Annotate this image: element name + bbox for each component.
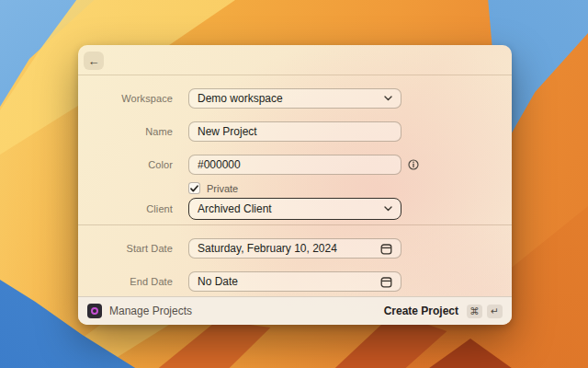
end-date-label: End Date <box>78 276 173 287</box>
start-date-value: Saturday, February 10, 2024 <box>198 242 337 255</box>
workspace-label: Workspace <box>78 93 173 104</box>
end-date-row: End Date No Date <box>78 271 512 292</box>
private-checkbox[interactable] <box>188 182 200 194</box>
info-icon[interactable] <box>408 159 419 170</box>
return-key-icon: ↵ <box>487 305 503 318</box>
client-dropdown[interactable]: Archived Client <box>188 198 401 220</box>
checkmark-icon <box>190 185 198 192</box>
private-label: Private <box>207 183 238 194</box>
end-date-value: No Date <box>198 275 238 288</box>
footer-command-info: Manage Projects <box>87 304 192 318</box>
workspace-row: Workspace Demo workspace <box>78 88 512 109</box>
client-label: Client <box>78 203 173 214</box>
calendar-icon <box>380 276 392 288</box>
color-input[interactable]: #000000 <box>188 155 401 175</box>
name-label: Name <box>78 126 173 137</box>
name-row: Name New Project <box>78 121 512 142</box>
create-project-window: ← Workspace Demo workspace Name New Proj… <box>78 45 512 325</box>
back-button[interactable]: ← <box>84 52 104 70</box>
primary-action-label: Create Project <box>384 305 458 317</box>
ring-icon <box>91 307 98 315</box>
manage-projects-app-icon <box>87 304 102 318</box>
end-date-picker[interactable]: No Date <box>188 271 401 292</box>
name-value: New Project <box>198 125 257 138</box>
chevron-down-icon <box>384 96 392 101</box>
client-row: Client Archived Client <box>78 198 512 220</box>
command-key-icon: ⌘ <box>467 305 482 318</box>
start-date-label: Start Date <box>78 243 173 254</box>
color-value: #000000 <box>198 158 241 171</box>
start-date-row: Start Date Saturday, February 10, 2024 <box>78 238 512 259</box>
chevron-down-icon <box>384 206 392 212</box>
workspace-value: Demo workspace <box>198 92 283 105</box>
window-header: ← <box>78 45 512 75</box>
command-name: Manage Projects <box>109 305 192 317</box>
color-row: Color #000000 <box>78 155 512 175</box>
start-date-picker[interactable]: Saturday, February 10, 2024 <box>188 238 401 259</box>
section-divider <box>78 224 512 225</box>
client-value: Archived Client <box>198 202 272 215</box>
primary-action-button[interactable]: Create Project ⌘ ↵ <box>384 305 503 318</box>
name-input[interactable]: New Project <box>188 121 401 142</box>
calendar-icon <box>380 243 392 255</box>
color-label: Color <box>78 159 173 170</box>
private-checkbox-row: Private <box>188 182 238 194</box>
workspace-dropdown[interactable]: Demo workspace <box>188 88 401 109</box>
window-footer: Manage Projects Create Project ⌘ ↵ <box>78 296 512 325</box>
